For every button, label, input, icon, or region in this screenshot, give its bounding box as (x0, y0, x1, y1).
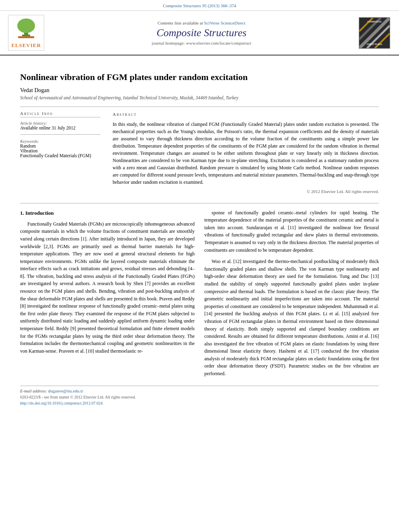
journal-ref: Composite Structures 95 (2013) 366–374 (163, 3, 236, 8)
top-bar: Composite Structures 95 (2013) 366–374 (0, 0, 399, 11)
body-col2-para1: sponse of functionally graded ceramic–me… (204, 209, 379, 254)
journal-header: ELSEVIER Contents lists available at Sci… (0, 11, 399, 55)
paper-title: Nonlinear vibration of FGM plates under … (20, 72, 379, 83)
body-col-left: 1. Introduction Functionally Graded Mate… (20, 209, 195, 382)
doi-link[interactable]: http://dx.doi.org/10.1016/j.compstruct.2… (20, 401, 103, 405)
homepage-label: journal homepage: www.elsevier.com/locat… (52, 41, 351, 45)
elsevier-logo: ELSEVIER (8, 15, 44, 51)
history-label: Article history: (20, 121, 101, 125)
svg-rect-3 (18, 36, 34, 38)
article-info: Article Info Article history: Available … (20, 111, 101, 195)
abstract-title: Abstract (113, 111, 379, 118)
copyright: © 2012 Elsevier Ltd. All rights reserved… (113, 188, 379, 195)
cs-logo-box: COMPOSITE STRUCTURES (359, 17, 390, 49)
journal-center-info: Contents lists available at SciVerse Sci… (52, 21, 351, 45)
elsevier-label: ELSEVIER (10, 42, 42, 49)
svg-text:COMPOSITE: COMPOSITE (367, 20, 382, 23)
abstract-section: Abstract In this study, the nonlinear vi… (113, 111, 379, 195)
sciverse-link[interactable]: SciVerse ScienceDirect (204, 21, 245, 25)
available-online: Available online 31 July 2012 (20, 125, 101, 130)
author-affiliation: School of Aeronautical and Astronautical… (20, 95, 379, 100)
email-label: E-mail address: (20, 389, 47, 393)
contents-prefix: Contents lists available at (158, 21, 204, 25)
svg-rect-2 (22, 35, 30, 36)
elsevier-tree-icon (10, 17, 42, 39)
main-content: Nonlinear vibration of FGM plates under … (0, 55, 399, 413)
footer-doi: http://dx.doi.org/10.1016/j.compstruct.2… (20, 401, 379, 405)
section1-heading: 1. Introduction (20, 209, 195, 217)
email-link[interactable]: doganve@itu.edu.tr (48, 388, 83, 393)
body-col-right: sponse of functionally graded ceramic–me… (204, 209, 379, 382)
svg-text:STRUCTURES: STRUCTURES (366, 43, 382, 45)
keyword-fgm: Functionally Graded Materials (FGM) (20, 153, 101, 158)
keywords-label: Keywords: (20, 139, 101, 144)
body-col2-para2: Woo et al. [12] investigated the thermo-… (204, 258, 379, 378)
keyword-random: Random (20, 144, 101, 148)
article-info-title: Article Info (20, 111, 101, 117)
contents-line: Contents lists available at SciVerse Sci… (52, 21, 351, 25)
body-col1-para1: Functionally Graded Materials (FGMs) are… (20, 220, 195, 355)
abstract-text: In this study, the nonlinear vibration o… (113, 121, 379, 186)
keyword-vibration: Vibration (20, 148, 101, 153)
journal-title: Composite Structures (52, 27, 351, 39)
info-abstract-row: Article Info Article history: Available … (20, 107, 379, 195)
footer-copyright: 0263-8223/$ - see front matter © 2012 El… (20, 395, 379, 399)
cs-logo-icon: COMPOSITE STRUCTURES (359, 17, 390, 49)
svg-point-1 (17, 18, 35, 33)
cs-logo: COMPOSITE STRUCTURES (359, 17, 391, 49)
footnote-area: E-mail address: doganve@itu.edu.tr 0263-… (20, 386, 379, 405)
body-columns: 1. Introduction Functionally Graded Mate… (20, 203, 379, 382)
author-name: Vedat Dogan (20, 87, 379, 94)
email-line: E-mail address: doganve@itu.edu.tr (20, 388, 379, 393)
